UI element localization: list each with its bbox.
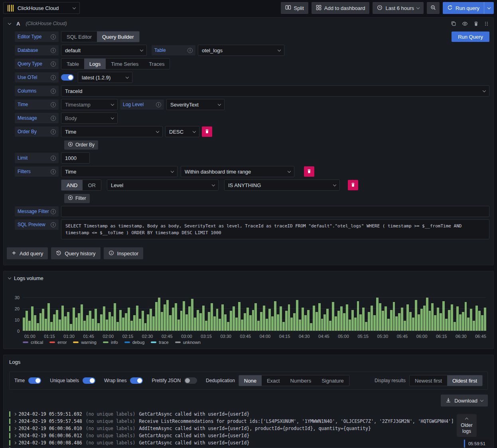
expand-log-icon[interactable]	[14, 413, 16, 415]
collapse-query-icon[interactable]	[8, 21, 11, 24]
legend-item-info[interactable]: info	[103, 340, 118, 345]
info-icon[interactable]	[51, 156, 56, 161]
info-icon[interactable]	[51, 89, 56, 94]
order-by-column-select[interactable]: Time	[61, 126, 163, 137]
query-type-field-label: Query Type	[15, 59, 59, 69]
run-query-panel-button[interactable]: Run Query	[452, 32, 489, 42]
log-row[interactable]: 2024-02-19 06:00:08.486(no unique labels…	[9, 439, 488, 446]
unique-labels-switch[interactable]	[83, 377, 95, 384]
expand-log-icon[interactable]	[14, 442, 16, 444]
run-query-button[interactable]: Run query	[443, 2, 484, 14]
info-icon[interactable]	[51, 75, 56, 80]
collapse-icon[interactable]	[8, 276, 11, 279]
expand-log-icon[interactable]	[14, 434, 16, 437]
legend-item-unknown[interactable]: unknown	[175, 340, 201, 345]
datasource-picker[interactable]: ClickHouse Cloud	[3, 2, 80, 14]
message-filter-input[interactable]	[61, 206, 489, 217]
add-order-by-button[interactable]: Order By	[64, 140, 98, 150]
limit-input[interactable]	[61, 152, 90, 164]
drag-handle-icon[interactable]	[484, 22, 489, 26]
query-type-toggle-option-table[interactable]: Table	[61, 59, 84, 69]
time-column-select[interactable]: Timestamp	[61, 99, 118, 110]
info-icon[interactable]	[51, 61, 56, 67]
use-otel-switch[interactable]	[61, 74, 74, 81]
deduplication-toggle-option-signature[interactable]: Signature	[316, 375, 349, 386]
download-button[interactable]: Download	[441, 395, 488, 407]
info-icon[interactable]	[51, 209, 56, 214]
inspector-button[interactable]: Inspector	[104, 247, 143, 259]
query-history-button[interactable]: Query history	[51, 247, 100, 259]
otel-version-select[interactable]: latest (1.2.9)	[78, 72, 132, 83]
order-by-direction-select[interactable]: DESC	[165, 126, 199, 137]
log-row[interactable]: 2024-02-19 05:59:51.692(no unique labels…	[9, 411, 488, 418]
deduplication-toggle-option-exact[interactable]: Exact	[262, 375, 285, 386]
prettify-json-switch[interactable]	[184, 377, 197, 384]
legend-item-debug[interactable]: debug	[124, 340, 145, 345]
editor-type-toggle-option-query-builder[interactable]: Query Builder	[97, 32, 139, 42]
volume-bar	[227, 322, 229, 331]
older-logs-label[interactable]: Older logs	[458, 422, 475, 434]
time-range-picker[interactable]: Last 6 hours	[373, 2, 424, 14]
info-icon[interactable]	[51, 116, 56, 121]
filter-1-field-select[interactable]: Time	[61, 166, 178, 177]
display-results-toggle-option-oldest-first[interactable]: Oldest first	[447, 375, 482, 386]
info-icon[interactable]	[51, 102, 56, 107]
add-query-button[interactable]: Add query	[7, 247, 48, 259]
info-icon[interactable]	[51, 222, 56, 227]
deduplication-toggle-option-numbers[interactable]: Numbers	[285, 375, 316, 386]
expand-log-icon[interactable]	[14, 427, 16, 430]
volume-bar	[175, 303, 177, 331]
hide-response-eye-icon[interactable]	[462, 21, 468, 27]
message-column-select[interactable]: Body	[61, 112, 118, 124]
legend-item-warning[interactable]: warning	[73, 340, 97, 345]
use-otel-label-text: Use OTel	[18, 75, 37, 80]
legend-item-error[interactable]: error	[49, 340, 67, 345]
run-query-dropdown-button[interactable]	[484, 2, 494, 14]
legend-item-critical[interactable]: critical	[23, 340, 43, 345]
log-level-select[interactable]: SeverityText	[166, 99, 225, 110]
table-select[interactable]: otel_logs	[198, 45, 284, 56]
filter-conjunction-toggle-option-and[interactable]: AND	[61, 180, 83, 190]
filter-1-operator-select[interactable]: Within dashboard time range	[181, 166, 294, 177]
add-to-dashboard-button[interactable]: Add to dashboard	[312, 2, 370, 14]
time-switch[interactable]	[28, 377, 41, 384]
expand-log-icon[interactable]	[14, 420, 16, 422]
query-type-toggle-option-time-series[interactable]: Time Series	[106, 59, 144, 69]
info-icon[interactable]	[51, 48, 56, 53]
display-results-toggle-option-newest-first[interactable]: Newest first	[410, 375, 447, 386]
remove-filter-2-button[interactable]	[348, 180, 358, 190]
remove-query-trash-icon[interactable]	[473, 21, 479, 26]
filter-2-operator-select[interactable]: IS ANYTHING	[224, 180, 340, 191]
log-row[interactable]: 2024-02-19 06:00:18.663(no unique labels…	[9, 446, 488, 448]
query-type-toggle-option-traces[interactable]: Traces	[144, 59, 170, 69]
log-row[interactable]: 2024-02-19 06:00:06.010(no unique labels…	[9, 425, 488, 432]
info-icon[interactable]	[156, 102, 161, 107]
zoom-out-button[interactable]	[427, 2, 440, 14]
legend-item-trace[interactable]: trace	[151, 340, 168, 345]
remove-order-by-button[interactable]	[202, 126, 212, 137]
query-type-toggle-option-logs[interactable]: Logs	[84, 59, 106, 69]
remove-filter-1-button[interactable]	[304, 166, 314, 177]
info-icon[interactable]	[51, 34, 56, 39]
wrap-lines-switch[interactable]	[130, 377, 143, 384]
info-icon[interactable]	[51, 129, 56, 134]
editor-type-toggle-option-sql-editor[interactable]: SQL Editor	[61, 32, 97, 42]
logs-volume-header[interactable]: Logs volume	[8, 275, 489, 281]
log-row[interactable]: 2024-02-19 06:00:06.012(no unique labels…	[9, 432, 488, 439]
duplicate-query-icon[interactable]	[451, 21, 456, 26]
log-row[interactable]: 2024-02-19 05:59:57.548(no unique labels…	[9, 418, 488, 425]
scroll-top-icon[interactable]	[465, 418, 468, 421]
filter-conjunction-toggle-option-or[interactable]: OR	[83, 180, 101, 190]
filter-2-field-select[interactable]: Level	[107, 180, 219, 191]
columns-select[interactable]: TraceId	[61, 85, 489, 97]
order-by-field-label: Order By	[15, 126, 59, 137]
scroll-timestamp[interactable]: 05:59:51	[464, 440, 490, 448]
add-filter-button[interactable]: Filter	[64, 194, 90, 203]
older-logs-widget[interactable]: Older logs	[457, 414, 477, 437]
query-row-header[interactable]: A (ClickHouse Cloud)	[4, 18, 493, 30]
info-icon[interactable]	[187, 48, 193, 53]
split-button[interactable]: Split	[281, 2, 308, 14]
database-select[interactable]: default	[61, 45, 147, 56]
deduplication-toggle-option-none[interactable]: None	[239, 375, 262, 386]
info-icon[interactable]	[51, 169, 56, 174]
